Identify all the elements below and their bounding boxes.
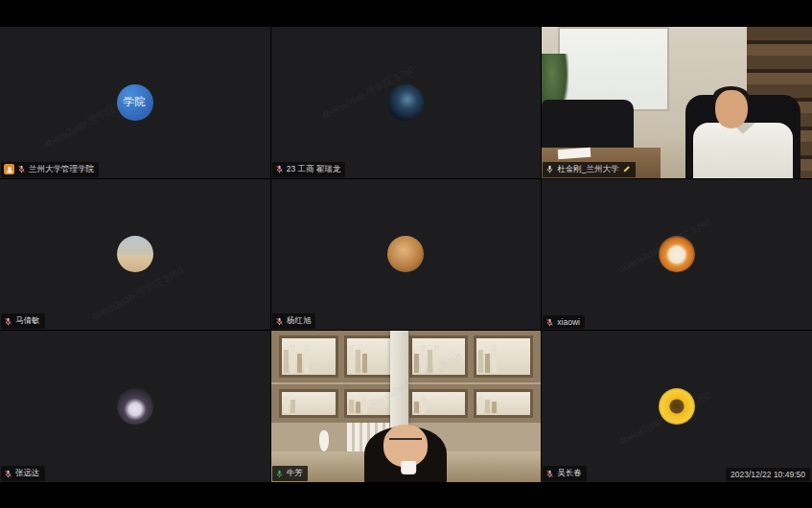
person-face [715, 90, 748, 128]
participant-name: 张远达 [15, 468, 40, 479]
live-video [542, 27, 812, 178]
participant-name: 杨红旭 [287, 315, 312, 327]
participant-tile[interactable]: 23 工商 翟瑞龙 [271, 27, 542, 178]
mic-muted-icon [275, 165, 284, 173]
meeting-timestamp: 2023/12/22 10:49:50 [726, 468, 810, 481]
mic-muted-icon [4, 317, 12, 326]
mic-muted-icon [275, 317, 284, 326]
name-label: 兰州大学管理学院 [1, 162, 99, 177]
participant-tile[interactable]: 马倩敏 [0, 179, 270, 331]
avatar [117, 236, 153, 272]
avatar [659, 388, 695, 425]
name-label: 马倩敏 [1, 313, 45, 329]
name-label: xiaowi [543, 315, 585, 329]
participant-name: 杜金刚_兰州大学 [557, 164, 618, 175]
cup [402, 461, 417, 474]
participant-name: 牛芳 [287, 468, 303, 479]
participant-name: 兰州大学管理学院 [29, 164, 94, 175]
mic-muted-icon [545, 318, 554, 327]
sofa [542, 100, 634, 151]
participant-tile[interactable]: 吴长春 2023/12/22 10:49:50 [542, 331, 812, 482]
live-video [271, 331, 542, 482]
avatar [387, 84, 424, 121]
mic-icon [545, 165, 554, 173]
participant-name: xiaowi [557, 317, 580, 327]
avatar-text: 学院 [124, 95, 147, 109]
glasses [389, 438, 422, 446]
person-badge-icon [4, 164, 14, 174]
participant-name: 马倩敏 [15, 315, 40, 327]
person-body [693, 123, 793, 178]
meeting-window: 4beca2dab 理学院 3750 4beca2dab 理学院 3750 4b… [0, 0, 812, 508]
mic-muted-icon [545, 470, 554, 478]
participant-tile[interactable]: 张远达 [0, 331, 270, 482]
name-label: 杜金刚_兰州大学 [543, 162, 635, 177]
name-label: 杨红旭 [272, 313, 316, 329]
mic-muted-icon [4, 470, 12, 478]
avatar [117, 388, 153, 425]
participant-tile[interactable]: 杨红旭 [271, 179, 542, 331]
name-label: 吴长春 [543, 466, 587, 481]
participant-tile[interactable]: 学院 兰州大学管理学院 [0, 27, 270, 178]
vase [319, 430, 329, 451]
video-grid: 学院 兰州大学管理学院 23 工商 翟瑞龙 [0, 27, 812, 482]
participant-tile[interactable]: 牛芳 [271, 331, 542, 482]
rename-pencil-icon[interactable] [622, 165, 631, 173]
participant-tile[interactable]: 杜金刚_兰州大学 [542, 27, 812, 178]
avatar [387, 236, 424, 272]
name-label: 牛芳 [272, 466, 308, 481]
participant-name: 23 工商 翟瑞龙 [287, 164, 341, 175]
name-label: 23 工商 翟瑞龙 [272, 162, 346, 177]
participant-name: 吴长春 [557, 468, 582, 479]
mic-active-icon [275, 470, 284, 478]
avatar: 学院 [117, 84, 153, 121]
avatar [659, 236, 695, 272]
participant-tile[interactable]: xiaowi [542, 179, 812, 331]
name-label: 张远达 [1, 466, 45, 481]
mic-muted-icon [17, 165, 26, 173]
